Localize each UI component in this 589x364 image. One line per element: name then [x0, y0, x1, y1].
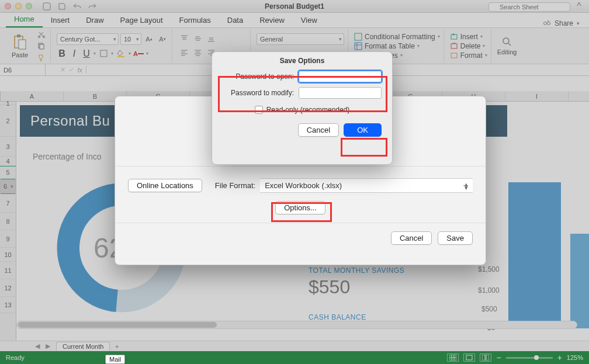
file-format-select[interactable]: Excel Workbook (.xlsx) ▴▾	[260, 178, 473, 193]
zoom-window-icon[interactable]	[26, 3, 32, 9]
page-layout-view-icon[interactable]	[463, 353, 475, 362]
ribbon-toggle-icon[interactable]: ^	[574, 1, 584, 12]
tab-home[interactable]: Home	[6, 12, 43, 27]
autosave-icon[interactable]	[41, 1, 52, 12]
font-name-select[interactable]: Century Got...	[57, 33, 119, 45]
fill-color-icon[interactable]	[115, 48, 127, 59]
decrease-font-icon[interactable]: A▾	[157, 34, 168, 44]
tab-data[interactable]: Data	[219, 13, 251, 27]
tab-view[interactable]: View	[293, 13, 325, 27]
border-icon[interactable]	[98, 48, 109, 59]
font-size-select[interactable]: 10	[120, 33, 141, 45]
row-headers: 1 2 3 4 5 6 7 8 9 10 11 12 13	[0, 102, 16, 341]
tab-draw[interactable]: Draw	[78, 13, 112, 27]
undo-icon[interactable]	[72, 1, 82, 12]
add-sheet-button[interactable]: +	[112, 342, 122, 351]
col-J[interactable]: J	[569, 91, 589, 101]
bold-button[interactable]: B	[57, 48, 67, 59]
bar-2	[570, 234, 589, 328]
row-3[interactable]: 3	[0, 137, 16, 157]
tab-review[interactable]: Review	[251, 13, 293, 27]
row-10[interactable]: 10	[0, 248, 16, 262]
prev-sheet-icon[interactable]: ◀	[35, 342, 43, 350]
document-title: Personal Budget1	[265, 2, 324, 11]
align-top-icon[interactable]	[178, 34, 190, 44]
row-7[interactable]: 7	[0, 194, 16, 213]
copy-icon[interactable]	[35, 41, 47, 51]
zoom-out-button[interactable]: −	[496, 353, 501, 362]
format-as-table-button[interactable]: Format as Table▾	[354, 42, 440, 50]
row-9[interactable]: 9	[0, 230, 16, 248]
search-icon[interactable]	[502, 37, 512, 47]
share-button[interactable]: Share ▾	[539, 19, 583, 27]
col-I[interactable]: I	[505, 91, 569, 101]
save-cancel-button[interactable]: Cancel	[391, 231, 432, 245]
col-A[interactable]: A	[1, 91, 64, 101]
conditional-formatting-button[interactable]: Conditional Formatting▾	[354, 33, 440, 41]
sheet-subtitle: Percentage of Inco	[33, 152, 102, 161]
row-12[interactable]: 12	[0, 279, 16, 297]
search-input[interactable]	[488, 2, 570, 12]
pw-open-label: Password to open:	[236, 72, 294, 81]
cut-icon[interactable]	[35, 29, 47, 40]
font-color-icon[interactable]: A	[133, 48, 144, 59]
row-6[interactable]: 6	[0, 179, 16, 194]
horizontal-scrollbar[interactable]	[16, 321, 577, 329]
scrollbar-thumb[interactable]	[18, 322, 217, 328]
zoom-thumb[interactable]	[534, 355, 539, 360]
cash-block: CASH BALANCE	[309, 313, 366, 321]
page-break-view-icon[interactable]	[480, 353, 491, 362]
name-box[interactable]: D6	[0, 64, 46, 75]
online-locations-button[interactable]: Online Locations	[128, 179, 202, 192]
sheet-tabs: ◀ ▶ Current Month +	[0, 341, 589, 351]
redo-icon[interactable]	[87, 1, 98, 12]
align-center-icon[interactable]	[192, 48, 203, 58]
underline-button[interactable]: U	[81, 48, 92, 59]
align-left-icon[interactable]	[178, 48, 190, 58]
fx-label[interactable]: fx	[77, 67, 82, 74]
readonly-checkbox[interactable]	[255, 106, 263, 114]
italic-button[interactable]: I	[69, 48, 79, 59]
row-5[interactable]: 5	[0, 166, 16, 179]
pw-open-input[interactable]	[299, 71, 382, 82]
save-icon[interactable]	[57, 1, 67, 12]
delete-cells-button[interactable]: Delete▾	[450, 42, 487, 50]
row-8[interactable]: 8	[0, 213, 16, 230]
editing-group: Editing	[494, 29, 521, 63]
zoom-in-button[interactable]: +	[557, 353, 562, 362]
row-4[interactable]: 4	[0, 157, 16, 166]
format-painter-icon[interactable]	[35, 53, 47, 63]
insert-cells-button[interactable]: Insert▾	[450, 33, 487, 41]
next-sheet-icon[interactable]: ▶	[46, 342, 54, 350]
align-middle-icon[interactable]	[192, 34, 203, 44]
enter-formula-icon[interactable]: ✓	[68, 66, 74, 74]
share-icon	[543, 20, 551, 27]
zoom-slider[interactable]	[506, 357, 553, 359]
tab-insert[interactable]: Insert	[43, 13, 78, 27]
normal-view-icon[interactable]	[447, 353, 459, 362]
row-13[interactable]: 13	[0, 297, 16, 313]
sheet-tab-current[interactable]: Current Month	[56, 342, 110, 351]
tab-page-layout[interactable]: Page Layout	[112, 13, 171, 27]
options-ok-button[interactable]: OK	[344, 123, 382, 137]
close-window-icon[interactable]	[5, 3, 11, 9]
save-confirm-button[interactable]: Save	[438, 231, 473, 245]
svg-rect-0	[43, 3, 50, 10]
row-11[interactable]: 11	[0, 262, 16, 279]
tab-formulas[interactable]: Formulas	[171, 13, 219, 27]
cancel-formula-icon[interactable]: ✕	[60, 66, 65, 74]
options-button[interactable]: Options...	[275, 201, 325, 214]
options-cancel-button[interactable]: Cancel	[298, 123, 339, 137]
minimize-window-icon[interactable]	[15, 3, 22, 9]
search-sheet[interactable]	[488, 1, 570, 12]
pw-modify-input[interactable]	[299, 87, 382, 99]
pw-modify-label: Password to modify:	[231, 89, 294, 97]
align-bottom-icon[interactable]	[205, 34, 217, 44]
number-format-select[interactable]: General	[257, 33, 344, 45]
format-cells-button[interactable]: Format▾	[450, 51, 487, 60]
zoom-level[interactable]: 125%	[567, 354, 583, 361]
increase-font-icon[interactable]: A▴	[143, 34, 155, 44]
paste-button[interactable]: Paste	[7, 29, 33, 63]
readonly-label: Read-only (recommended)	[266, 106, 350, 114]
row-2[interactable]: 2	[0, 105, 16, 137]
